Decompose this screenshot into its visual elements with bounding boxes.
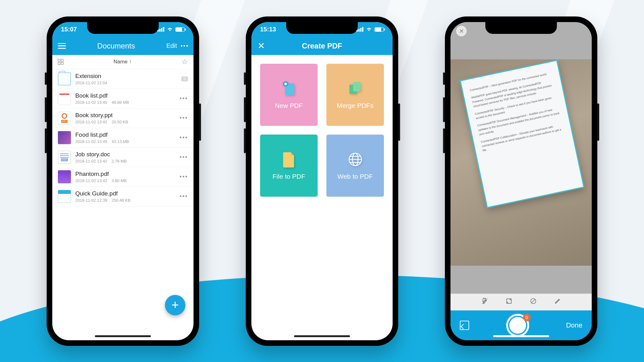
svg-line-13 [532, 299, 535, 303]
file-thumb [58, 92, 71, 105]
scanned-document: ConnectedPDF – Next generation PDF for t… [460, 60, 584, 208]
wifi-icon [366, 26, 372, 33]
web-to-pdf-tile[interactable]: Web to PDF [326, 135, 384, 197]
notch [286, 22, 358, 34]
close-icon[interactable]: ✕ [456, 26, 467, 36]
more-icon[interactable]: ••• [180, 95, 188, 102]
file-meta: 2018-11-02 13:4543.13 MB [75, 139, 180, 144]
file-to-pdf-tile[interactable]: File to PDF [260, 135, 318, 197]
file-row[interactable]: Food list.pdf2018-11-02 13:4543.13 MB••• [52, 128, 194, 148]
tile-label: Web to PDF [338, 173, 373, 180]
more-icon[interactable] [181, 45, 188, 47]
wifi-icon [167, 26, 173, 33]
status-time: 15:07 [61, 26, 77, 33]
page-title: Documents [66, 42, 166, 50]
file-meta: 2018-11-02 12:39250.48 KB [75, 198, 180, 203]
phone-documents: 15:07 Documents Edit Nam [47, 16, 199, 346]
more-icon[interactable]: ••• [180, 193, 188, 200]
files-list: Extension2018-11-02 12:040Book list.pdf2… [52, 69, 194, 206]
gallery-icon[interactable] [460, 321, 469, 330]
file-row[interactable]: Quick Guide.pdf2018-11-02 12:39250.48 KB… [52, 187, 194, 206]
file-thumb [58, 131, 71, 144]
more-icon[interactable]: ••• [180, 154, 188, 161]
file-name: Extension [75, 73, 181, 80]
file-thumb [58, 170, 71, 183]
shutter-badge: 0 [523, 314, 530, 321]
tile-label: Merge PDFs [337, 102, 374, 109]
more-icon[interactable]: ••• [180, 114, 188, 121]
auto-icon[interactable] [530, 298, 537, 306]
scanner-toolbar [450, 294, 592, 310]
edit-icon[interactable] [554, 298, 561, 306]
grid-view-icon[interactable] [58, 59, 63, 65]
file-name: Phantom.pdf [75, 171, 180, 177]
file-thumb: DOC [58, 151, 71, 164]
favorites-icon[interactable]: ☆ [182, 58, 188, 66]
crop-icon[interactable] [506, 298, 512, 306]
battery-icon [375, 27, 384, 32]
add-button[interactable]: + [165, 295, 185, 315]
file-meta: 2018-11-02 13:422.76 MB [75, 159, 180, 163]
file-row[interactable]: PPTBook story.ppt2018-11-02 13:4220.50 K… [52, 108, 194, 128]
file-meta: 2018-11-02 12:04 [75, 80, 181, 85]
svg-point-2 [284, 83, 287, 85]
sort-by-name[interactable]: Name ↑ [63, 59, 182, 65]
file-name: Food list.pdf [75, 131, 180, 138]
camera-bottom-mask [450, 266, 592, 294]
camera-viewfinder: ConnectedPDF – Next generation PDF for t… [450, 59, 592, 266]
file-row[interactable]: Extension2018-11-02 12:040 [52, 69, 194, 89]
tile-label: File to PDF [273, 173, 305, 180]
merge-pdfs-icon [347, 80, 364, 97]
file-thumb [58, 72, 71, 85]
file-name: Quick Guide.pdf [75, 190, 180, 197]
new-pdf-tile[interactable]: New PDF [260, 64, 318, 126]
shutter-button[interactable]: 0 [506, 314, 529, 337]
file-name: Book list.pdf [75, 92, 180, 99]
more-icon[interactable]: ••• [180, 134, 188, 141]
home-indicator [493, 335, 549, 337]
battery-icon [175, 27, 185, 32]
merge-pdfs-tile[interactable]: Merge PDFs [326, 64, 384, 126]
tile-label: New PDF [275, 102, 303, 109]
file-meta: 2018-11-02 13:4220.50 KB [75, 120, 180, 124]
new-pdf-icon [281, 80, 297, 97]
create-pdf-header: ✕ Create PDF [251, 37, 393, 55]
file-row[interactable]: Book list.pdf2018-11-02 13:4546.88 MB••• [52, 89, 194, 108]
home-indicator [294, 335, 350, 337]
file-name: Job story.doc [75, 151, 180, 158]
done-button[interactable]: Done [566, 321, 582, 329]
file-thumb [58, 190, 71, 203]
folder-count-badge: 0 [181, 76, 188, 81]
status-time: 15:13 [260, 26, 276, 33]
svg-rect-4 [353, 82, 361, 91]
documents-header: Documents Edit [52, 37, 194, 55]
flash-icon[interactable] [481, 298, 488, 306]
file-meta: 2018-11-02 13:4546.88 MB [75, 100, 180, 105]
edit-button[interactable]: Edit [166, 42, 177, 49]
notch [87, 22, 159, 34]
file-to-pdf-icon [281, 151, 297, 168]
notch [485, 22, 557, 34]
web-to-pdf-icon [347, 151, 364, 168]
more-icon[interactable]: ••• [180, 173, 188, 180]
file-meta: 2018-11-02 13:423.80 MB [75, 178, 180, 183]
file-thumb: PPT [58, 112, 71, 125]
phone-scanner: ✕ ConnectedPDF – Next generation PDF for… [445, 16, 597, 346]
menu-icon[interactable] [58, 43, 66, 49]
page-title: Create PDF [258, 42, 386, 50]
file-name: Book story.ppt [75, 112, 180, 119]
sort-bar: Name ↑ ☆ [52, 55, 194, 69]
file-row[interactable]: DOCJob story.doc2018-11-02 13:422.76 MB•… [52, 148, 194, 167]
phone-create-pdf: 15:13 ✕ Create PDF New PDF [246, 16, 398, 346]
home-indicator [95, 335, 151, 337]
file-row[interactable]: Phantom.pdf2018-11-02 13:423.80 MB••• [52, 167, 194, 187]
